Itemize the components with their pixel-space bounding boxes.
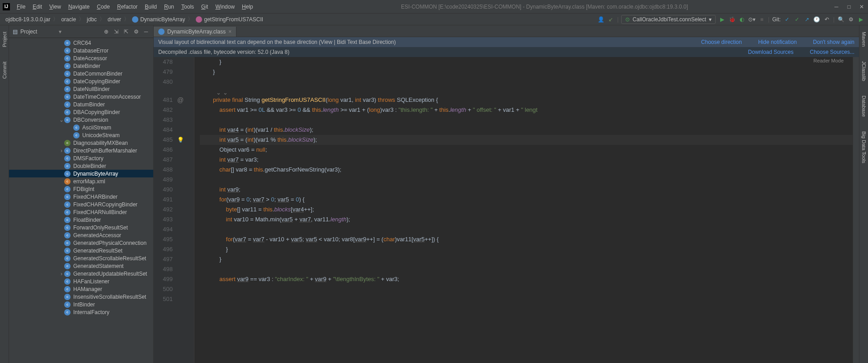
tree-item[interactable]: cGeneratedResultSet — [9, 247, 153, 254]
stop-button[interactable]: ■ — [758, 16, 765, 23]
hide-panel-icon[interactable]: ─ — [142, 28, 150, 35]
chevron-down-icon[interactable]: ▾ — [59, 29, 61, 35]
tree-item[interactable]: cFixedCHARCopyingBinder — [9, 201, 153, 208]
tree-item[interactable]: cDateNullBinder — [9, 85, 153, 93]
breadcrumb-item[interactable]: driver — [106, 16, 123, 23]
tree-item[interactable]: ⌄cDBConversion — [9, 116, 153, 124]
code-line[interactable] — [200, 264, 853, 274]
menu-view[interactable]: View — [46, 2, 64, 12]
menu-file[interactable]: File — [14, 2, 28, 12]
code-line[interactable]: Object var6 = null; — [200, 145, 853, 155]
code-line[interactable]: char[] var8 = this.getCharsForNewString(… — [200, 165, 853, 175]
tree-item[interactable]: cFDBigInt — [9, 185, 153, 193]
banner-link[interactable]: Choose direction — [701, 39, 742, 45]
banner-link[interactable]: Hide notification — [758, 39, 797, 45]
settings-icon[interactable]: ⚙ — [847, 16, 854, 23]
menu-edit[interactable]: Edit — [29, 2, 45, 12]
code-line[interactable]: int var10 = Math.min(var5 + var7, var11.… — [200, 215, 853, 224]
tree-item[interactable]: cUnicodeStream — [9, 131, 153, 139]
code-line[interactable]: for(var9 = 0; var7 > 0; var5 = 0) { — [200, 195, 853, 205]
code-line[interactable] — [200, 77, 853, 87]
breadcrumb-item[interactable]: jdbc — [85, 16, 99, 23]
code-line[interactable]: } — [200, 67, 853, 77]
banner-link[interactable]: Don't show again — [813, 39, 854, 45]
tree-item[interactable]: cDateBinder — [9, 62, 153, 70]
git-rollback-icon[interactable]: ↶ — [823, 16, 830, 23]
tree-item[interactable]: cInternalFactory — [9, 308, 153, 316]
menu-build[interactable]: Build — [142, 2, 160, 12]
user-icon[interactable]: 👤 — [597, 16, 604, 23]
menu-navigate[interactable]: Navigate — [65, 2, 93, 12]
tool-tab-bigdata[interactable]: Big Data Tools — [860, 129, 868, 166]
tree-item[interactable]: cDateTimeCommonAccessor — [9, 93, 153, 100]
debug-button[interactable]: 🐞 — [728, 16, 736, 23]
menu-run[interactable]: Run — [161, 2, 177, 12]
git-push-icon[interactable]: ↗ — [803, 16, 811, 23]
tool-tab-maven[interactable]: Maven — [860, 29, 868, 49]
tree-item[interactable]: cAsciiStream — [9, 124, 153, 131]
code-line[interactable] — [200, 175, 853, 185]
tree-item[interactable]: cHAManager — [9, 285, 153, 293]
close-icon[interactable]: × — [228, 29, 231, 35]
menu-window[interactable]: Window — [212, 2, 238, 12]
tree-item[interactable]: cIntBinder — [9, 301, 153, 308]
tool-tab-jclasslib[interactable]: JClasslib — [860, 58, 868, 84]
code-line[interactable] — [200, 294, 853, 304]
maximize-button[interactable]: □ — [845, 4, 853, 10]
run-button[interactable]: ▶ — [718, 16, 726, 23]
tool-tab-project[interactable]: Project — [1, 29, 8, 50]
tree-item[interactable]: cerrorMap.xml — [9, 177, 153, 185]
code-editor[interactable]: 4784794804814824834844854864874884894904… — [154, 57, 859, 363]
menu-help[interactable]: Help — [239, 2, 256, 12]
search-icon[interactable]: 🔍 — [837, 16, 844, 23]
tree-item[interactable]: cDatumBinder — [9, 100, 153, 108]
tree-item[interactable]: cDBACopyingBinder — [9, 108, 153, 116]
tree-item[interactable]: cDateAccessor — [9, 54, 153, 62]
editor-scrollbar[interactable] — [853, 57, 859, 363]
git-update-icon[interactable]: ✓ — [783, 16, 791, 23]
code-line[interactable]: private final String getStringFromUS7ASC… — [200, 95, 853, 105]
tree-item[interactable]: cGeneratedAccessor — [9, 231, 153, 239]
collapse-all-icon[interactable]: ⇱ — [123, 28, 130, 35]
banner-link[interactable]: Download Sources — [748, 49, 794, 55]
breadcrumb-item[interactable]: oracle — [59, 16, 78, 23]
tree-item[interactable]: cDateCommonBinder — [9, 70, 153, 77]
menu-code[interactable]: Code — [94, 2, 113, 12]
tree-item[interactable]: cDiagnosabilityMXBean — [9, 139, 153, 147]
tree-item[interactable]: cDateCopyingBinder — [9, 77, 153, 85]
code-line[interactable] — [200, 224, 853, 234]
build-icon[interactable]: ↙ — [607, 16, 614, 23]
tree-item[interactable]: ›cGeneratedUpdatableResultSet — [9, 270, 153, 277]
tree-item[interactable]: cFloatBinder — [9, 216, 153, 224]
annotation-icon[interactable]: @ — [177, 95, 184, 105]
tree-item[interactable]: cGeneratedPhysicalConnection — [9, 239, 153, 247]
code-line[interactable]: assert var1 >= 0L && var3 >= 0 && this.l… — [200, 105, 853, 115]
code-line[interactable]: } — [200, 57, 853, 67]
code-line[interactable] — [200, 115, 853, 125]
code-line[interactable]: } — [200, 244, 853, 254]
project-tree[interactable]: cCRC64cDatabaseErrorcDateAccessorcDateBi… — [9, 38, 153, 363]
tree-expand-icon[interactable]: › — [59, 148, 64, 154]
tree-item[interactable]: cDatabaseError — [9, 47, 153, 54]
code-line[interactable]: int var9; — [200, 185, 853, 195]
plugins-icon[interactable]: ▶ — [857, 16, 864, 23]
breadcrumb-item[interactable]: DynamicByteArray — [130, 16, 187, 23]
profile-button[interactable]: ⊙▾ — [748, 16, 755, 23]
tree-item[interactable]: cDMSFactory — [9, 154, 153, 162]
coverage-button[interactable]: ◐ — [738, 16, 745, 23]
tree-expand-icon[interactable]: › — [59, 271, 64, 277]
git-history-icon[interactable]: 🕐 — [813, 16, 821, 23]
run-config-selector[interactable]: ⊙ CallOracleJdbiTest.connSelect ▾ — [621, 15, 716, 24]
tree-item[interactable]: cDynamicByteArray — [9, 170, 153, 177]
tree-item[interactable]: cForwardOnlyResultSet — [9, 224, 153, 231]
breadcrumb-item[interactable]: ojdbc8-19.3.0.0.jar — [4, 16, 52, 23]
code-line[interactable]: int var7 = var3; — [200, 155, 853, 165]
code-line[interactable]: } — [200, 254, 853, 264]
tree-item[interactable]: cGeneratedScrollableResultSet — [9, 254, 153, 262]
expand-all-icon[interactable]: ⇲ — [113, 28, 120, 35]
breadcrumb-item[interactable]: getStringFromUS7ASCII — [194, 16, 265, 23]
editor-tab[interactable]: DynamicByteArray.class × — [154, 27, 236, 37]
code-line[interactable]: byte[] var11 = this.blocks[var4++]; — [200, 205, 853, 215]
select-opened-file-icon[interactable]: ⊕ — [103, 28, 110, 35]
code-line[interactable]: int var5 = (int)(var1 % this.blockSize); — [200, 135, 853, 145]
